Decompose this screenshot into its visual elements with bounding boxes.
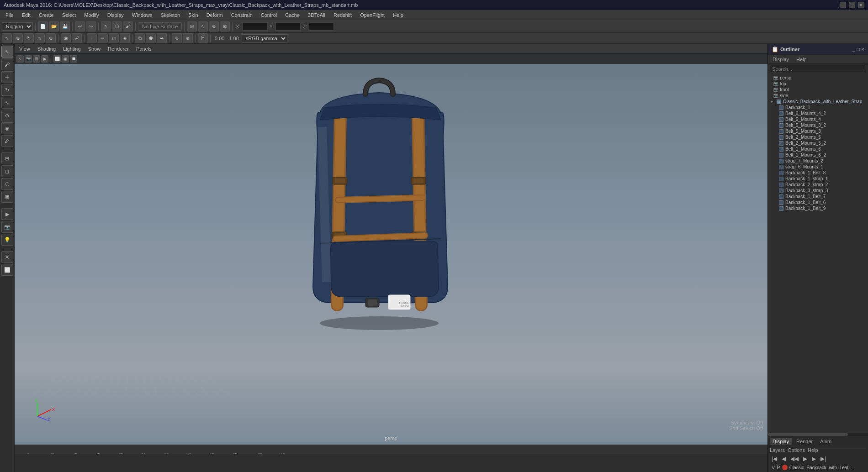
snap-to-point[interactable]: ⊕ (209, 21, 219, 31)
belt1m62-item[interactable]: Belt_1_Mounts_6_2 (768, 152, 868, 158)
menu-edit[interactable]: Edit (18, 11, 34, 19)
lasso-tool[interactable]: ⬡ (112, 21, 122, 31)
camera-top-item[interactable]: 📷 top (768, 81, 868, 87)
display-tab[interactable]: Display (770, 438, 792, 445)
bridge-button[interactable]: ⬌ (157, 33, 167, 43)
camera-side[interactable]: 📷 (1, 221, 13, 233)
menu-skin[interactable]: Skin (185, 11, 201, 19)
strap7m2-item[interactable]: strap_7_Mounts_2 (768, 158, 868, 164)
bp1belt6-item[interactable]: Backpack_1_Belt_6 (768, 199, 868, 205)
component-mode-side[interactable]: ⊞ (1, 152, 13, 164)
vertex-mode[interactable]: · (87, 33, 97, 43)
outliner-search-input[interactable] (770, 65, 866, 73)
mode-dropdown[interactable]: Rigging (2, 22, 33, 31)
light-side[interactable]: 💡 (1, 234, 13, 246)
menu-cache[interactable]: Cache (281, 11, 303, 19)
snap-to-grid[interactable]: ⊞ (187, 21, 197, 31)
camera-side-item[interactable]: 📷 side (768, 93, 868, 99)
y-input[interactable] (275, 22, 301, 31)
z-input[interactable] (309, 22, 334, 31)
play-backward-button[interactable]: ◀◀ (789, 455, 800, 463)
xray-side[interactable]: X (1, 251, 13, 263)
next-frame-button[interactable]: ▶ (810, 455, 818, 463)
polygon-side[interactable]: ◻ (1, 165, 13, 177)
backpack1-item[interactable]: Backpack_1 (768, 105, 868, 110)
outliner-hscroll-thumb[interactable] (768, 433, 848, 436)
anim-tab[interactable]: Anim (817, 438, 834, 445)
translate-button[interactable]: ⊕ (13, 33, 23, 43)
belt2m5-item[interactable]: Belt_2_Mounts_5 (768, 134, 868, 140)
sculpt-side[interactable]: 🖊 (1, 135, 13, 147)
menu-control[interactable]: Control (257, 11, 281, 19)
gamma-dropdown[interactable]: sRGB gamma (242, 34, 287, 42)
vp-render-btn[interactable]: ▶ (41, 55, 48, 63)
timeline-ruler[interactable]: 5 15 25 35 45 55 65 75 (15, 445, 767, 454)
edge-mode[interactable]: ━ (98, 33, 108, 43)
outliner-close[interactable]: × (862, 47, 864, 52)
menu-help[interactable]: Help (389, 11, 407, 19)
camera-front-item[interactable]: 📷 front (768, 87, 868, 93)
vp-select-btn[interactable]: ↖ (16, 55, 24, 63)
menu-display[interactable]: Display (104, 11, 127, 19)
play-forward-button[interactable]: ▶ (801, 455, 809, 463)
bp1belt8-item[interactable]: Backpack_1_Belt_8 (768, 170, 868, 176)
vp-view-menu[interactable]: View (17, 46, 32, 52)
menu-file[interactable]: File (2, 11, 17, 19)
menu-modify[interactable]: Modify (80, 11, 102, 19)
soft-select-button[interactable]: ◉ (61, 33, 71, 43)
vp-wireframe-btn[interactable]: ⬜ (53, 55, 61, 63)
nurbs-side[interactable]: ⬡ (1, 178, 13, 190)
paint-weights[interactable]: 🖊 (72, 33, 82, 43)
menu-skeleton[interactable]: Skeleton (157, 11, 184, 19)
paint-tool-side[interactable]: 🖌 (1, 58, 13, 70)
weld-button[interactable]: ⊗ (183, 33, 193, 43)
undo-button[interactable]: ↩ (75, 21, 85, 31)
rotate-button[interactable]: ↻ (24, 33, 34, 43)
strap6m1-item[interactable]: strap_6_Mounts_1 (768, 164, 868, 170)
menu-constrain[interactable]: Constrain (228, 11, 256, 19)
camera-persp-item[interactable]: 📷 persp (768, 75, 868, 81)
prev-keyframe-button[interactable]: |◀ (770, 455, 779, 463)
belt1m6-item[interactable]: Belt_1_Mounts_6 (768, 146, 868, 152)
menu-redshift[interactable]: Redshift (330, 11, 355, 19)
paint-select[interactable]: 🖌 (123, 21, 133, 31)
snap-to-curve[interactable]: ∿ (198, 21, 208, 31)
belt6m4-item[interactable]: Belt_6_Mounts_4 (768, 116, 868, 122)
wireframe-side[interactable]: ⬜ (1, 264, 13, 276)
outliner-minimize[interactable]: _ (852, 47, 855, 52)
outliner-tab-display[interactable]: Display (771, 57, 791, 62)
vp-show-menu[interactable]: Show (86, 46, 103, 52)
soft-mod-side[interactable]: ◉ (1, 122, 13, 134)
snap-to-view[interactable]: ⊠ (220, 21, 230, 31)
belt6m42-item[interactable]: Belt_6_Mounts_4_2 (768, 110, 868, 116)
render-tab[interactable]: Render (794, 438, 815, 445)
close-button[interactable]: × (858, 2, 864, 8)
select-mode-button[interactable]: ↖ (2, 33, 12, 43)
object-mode[interactable]: ◈ (120, 33, 130, 43)
root-object-item[interactable]: ▼ ⊞ Classic_Backpack_with_Leather_Strap (768, 99, 868, 105)
vp-camera-btn[interactable]: 📷 (25, 55, 32, 63)
scale-button[interactable]: ⤡ (35, 33, 45, 43)
3d-viewport[interactable]: ↖ 📷 ⊞ ▶ ⬜ ◉ 🔲 (15, 54, 767, 445)
vp-shading-menu[interactable]: Shading (36, 46, 58, 52)
select-tool-side[interactable]: ↖ (1, 46, 13, 58)
bp1belt9-item[interactable]: Backpack_1_Belt_9 (768, 205, 868, 211)
menu-3dtoall[interactable]: 3DToAll (304, 11, 329, 19)
help-subtab[interactable]: Help (808, 447, 818, 453)
belt5m3-item[interactable]: Belt_5_Mounts_3 (768, 128, 868, 134)
prev-frame-button[interactable]: ◀ (780, 455, 788, 463)
timeline-track[interactable] (15, 454, 767, 472)
new-scene-button[interactable]: 📄 (38, 21, 48, 31)
vp-texture-btn[interactable]: 🔲 (70, 55, 77, 63)
vp-lighting-menu[interactable]: Lighting (61, 46, 83, 52)
belt2m52-item[interactable]: Belt_2_Mounts_5_2 (768, 140, 868, 146)
vp-shade-btn[interactable]: ◉ (62, 55, 69, 63)
options-subtab[interactable]: Options (788, 447, 805, 453)
save-button[interactable]: 💾 (60, 21, 70, 31)
render-side[interactable]: ▶ (1, 208, 13, 220)
vp-panels-menu[interactable]: Panels (134, 46, 153, 52)
vp-renderer-menu[interactable]: Renderer (106, 46, 131, 52)
menu-openflight[interactable]: OpenFlight (356, 11, 388, 19)
menu-select[interactable]: Select (58, 11, 80, 19)
outliner-hscrollbar[interactable] (768, 433, 868, 435)
